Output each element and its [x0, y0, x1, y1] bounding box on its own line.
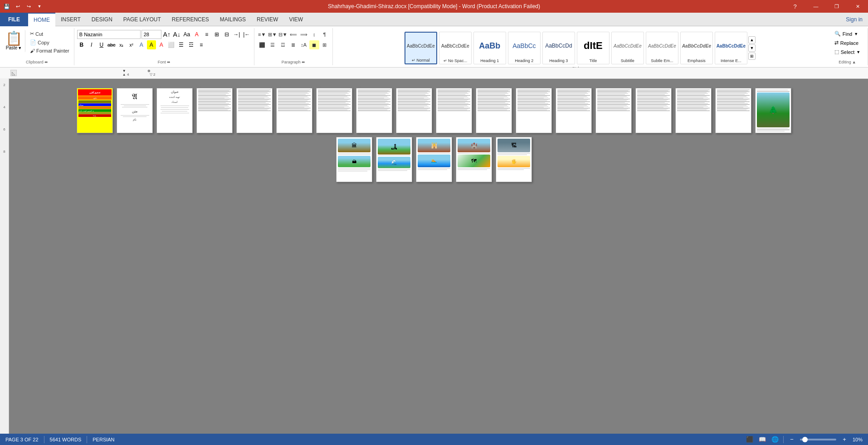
zoom-slider[interactable] — [800, 439, 836, 440]
page-thumb-8[interactable] — [356, 88, 392, 133]
style-no-spacing[interactable]: AaBbCcDdEe ↵ No Spac... — [439, 32, 472, 64]
tab-home[interactable]: HOME — [28, 13, 55, 26]
font-group-label[interactable]: Font ⬌ — [158, 60, 171, 65]
indent-decrease-btn[interactable]: |← — [242, 30, 251, 39]
page-thumb-14[interactable] — [595, 88, 632, 133]
bullets-list-btn[interactable]: ≡▼ — [257, 30, 267, 39]
bold-button[interactable]: B — [77, 40, 86, 49]
zoom-in-btn[interactable]: + — [840, 435, 849, 444]
font-color-button[interactable]: A — [157, 40, 166, 49]
strikethrough-button[interactable]: abc — [107, 40, 116, 49]
minimize-button[interactable]: — — [805, 0, 826, 13]
show-hide-btn[interactable]: ¶ — [320, 30, 330, 39]
page-thumb-10[interactable] — [436, 88, 472, 133]
change-case-button[interactable]: Aa — [182, 30, 191, 39]
zoom-out-btn[interactable]: − — [787, 435, 796, 444]
clipboard-group-label[interactable]: Clipboard ⬌ — [26, 60, 48, 65]
editing-group-label[interactable]: Editing ▲ — [839, 60, 856, 65]
page-thumb-4[interactable] — [196, 88, 233, 133]
copy-button[interactable]: 📄 Copy — [28, 39, 71, 46]
paste-dropdown-icon[interactable]: ▼ — [18, 46, 22, 50]
underline-button[interactable]: U — [97, 40, 106, 49]
replace-button[interactable]: ⇄ Replace — [833, 39, 863, 47]
restore-button[interactable]: ❐ — [826, 0, 847, 13]
page-thumb-12[interactable] — [516, 88, 552, 133]
tab-view[interactable]: VIEW — [283, 13, 308, 26]
align-left-button[interactable]: ⬜ — [167, 40, 176, 49]
bullets-button[interactable]: ≡ — [202, 30, 211, 39]
find-button[interactable]: 🔍 Find ▼ — [833, 30, 863, 38]
highlight-color-button[interactable]: A — [147, 40, 156, 49]
font-shrink-button[interactable]: A↓ — [172, 30, 181, 39]
italic-button[interactable]: I — [87, 40, 96, 49]
subscript-button[interactable]: x₂ — [117, 40, 126, 49]
style-normal[interactable]: AaBbCcDdEe ↵ Normal — [405, 32, 437, 64]
page-thumb-3[interactable]: عنوان تهیه کننده استاد — [156, 88, 193, 133]
page-thumb-20[interactable]: 🏞 🌊 — [376, 137, 412, 182]
page-thumb-15[interactable] — [635, 88, 672, 133]
sign-in-button[interactable]: Sign in — [840, 13, 868, 26]
help-button[interactable]: ? — [785, 0, 805, 13]
tab-file[interactable]: FILE — [0, 13, 28, 26]
shading-btn[interactable]: ◼ — [309, 40, 319, 49]
select-button[interactable]: ⬚ Select ▼ — [833, 48, 863, 56]
format-painter-button[interactable]: 🖌 Format Painter — [28, 47, 71, 54]
sort-btn[interactable]: ↕ — [309, 30, 319, 39]
outdent-btn[interactable]: ⟸ — [288, 30, 298, 39]
font-name-input[interactable] — [77, 30, 141, 39]
font-size-input[interactable] — [141, 30, 161, 39]
numbering-button[interactable]: ⊞ — [212, 30, 221, 39]
page-thumb-19[interactable]: 🏛 🏔 — [336, 137, 372, 182]
borders-btn[interactable]: ⊞ — [320, 40, 330, 49]
page-thumb-1[interactable]: تحقیق آنلاین دانلود موبایل به ک — [77, 88, 113, 133]
style-emphasis[interactable]: AaBbCcDdEe Emphasis — [680, 32, 713, 64]
style-heading3[interactable]: AaBbCcDd Heading 3 — [542, 32, 575, 64]
page-thumb-22[interactable]: 🏰 🗺 — [456, 137, 492, 182]
style-intense-em[interactable]: AaBbCcDdEe Intense E... — [715, 32, 747, 64]
font-grow-button[interactable]: A↑ — [162, 30, 171, 39]
close-button[interactable]: ✕ — [847, 0, 868, 13]
tab-review[interactable]: REVIEW — [251, 13, 283, 26]
paste-button[interactable]: 📋 Paste ▼ — [3, 30, 25, 52]
tab-design[interactable]: DESIGN — [86, 13, 118, 26]
justify-para-btn[interactable]: ≣ — [288, 40, 298, 49]
print-layout-view-btn[interactable]: ⬛ — [745, 435, 754, 444]
page-thumb-16[interactable] — [675, 88, 712, 133]
indent-btn[interactable]: ⟹ — [299, 30, 309, 39]
page-thumb-13[interactable] — [556, 88, 592, 133]
web-layout-btn[interactable]: 🌐 — [770, 435, 780, 444]
styles-scroll-down[interactable]: ▼ — [748, 44, 756, 52]
ruler-corner[interactable]: ◺ — [10, 70, 17, 76]
styles-scroll-up[interactable]: ▲ — [748, 36, 756, 44]
justify-button[interactable]: ≡ — [197, 40, 206, 49]
tab-insert[interactable]: INSERT — [55, 13, 86, 26]
indent-increase-btn[interactable]: →| — [232, 30, 241, 39]
tab-references[interactable]: REFERENCES — [166, 13, 215, 26]
style-heading2[interactable]: AaBbCc Heading 2 — [508, 32, 541, 64]
save-quick-btn[interactable]: 💾 — [2, 1, 12, 11]
superscript-button[interactable]: x² — [127, 40, 136, 49]
numbered-list-btn[interactable]: ⊞▼ — [268, 30, 278, 39]
text-highlight-button[interactable]: A — [192, 30, 201, 39]
style-title[interactable]: dItE Title — [577, 32, 610, 64]
tab-mailings[interactable]: MAILINGS — [215, 13, 251, 26]
align-right-button[interactable]: ☲ — [187, 40, 196, 49]
page-thumb-2[interactable]: 𝔄 متن نام — [117, 88, 153, 133]
style-subtitle[interactable]: AaBbCcDdEe Subtitle — [611, 32, 644, 64]
align-left-para-btn[interactable]: ⬛ — [257, 40, 267, 49]
page-thumb-17[interactable] — [715, 88, 751, 133]
align-center-button[interactable]: ☰ — [177, 40, 186, 49]
text-color-button[interactable]: A — [137, 40, 146, 49]
page-thumb-7[interactable] — [316, 88, 352, 133]
line-spacing-btn[interactable]: ↕A — [299, 40, 309, 49]
multilevel-button[interactable]: ⊟ — [222, 30, 231, 39]
tab-page-layout[interactable]: PAGE LAYOUT — [118, 13, 166, 26]
align-center-para-btn[interactable]: ☰ — [268, 40, 278, 49]
page-thumb-11[interactable] — [476, 88, 512, 133]
align-right-para-btn[interactable]: ☲ — [278, 40, 288, 49]
page-thumb-23[interactable]: 🏗 🖐 — [496, 137, 532, 182]
read-mode-btn[interactable]: 📖 — [758, 435, 767, 444]
style-heading1[interactable]: AaBb Heading 1 — [473, 32, 506, 64]
page-thumb-5[interactable] — [236, 88, 273, 133]
style-subtle-em[interactable]: AaBbCcDdEe Subtle Em... — [646, 32, 678, 64]
